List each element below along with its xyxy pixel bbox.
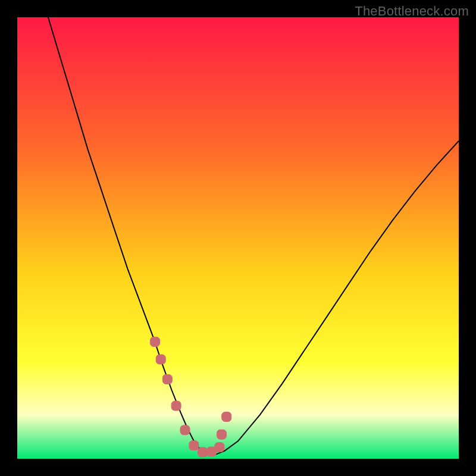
curve-marker (217, 430, 227, 439)
curve-marker (222, 412, 231, 422)
curve-marker (180, 425, 190, 435)
curve-marker (189, 441, 199, 450)
plot-area (17, 17, 459, 459)
curve-marker (151, 337, 160, 346)
curve-marker (215, 443, 224, 452)
curve-marker (162, 374, 172, 384)
curve-marker (156, 355, 165, 364)
bottleneck-chart (17, 17, 459, 459)
outer-frame: TheBottleneck.com (0, 0, 476, 476)
curve-marker (198, 447, 208, 457)
gradient-background (17, 17, 459, 459)
watermark-text: TheBottleneck.com (355, 4, 469, 19)
curve-marker (171, 401, 181, 411)
